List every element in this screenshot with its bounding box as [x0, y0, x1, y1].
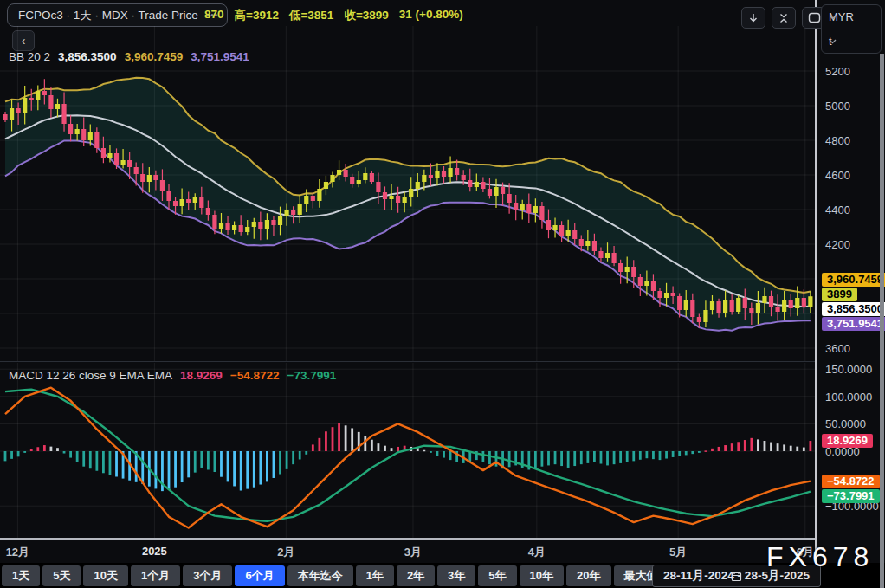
- candle: [618, 263, 623, 272]
- macd-line-value: −54.8722: [230, 369, 280, 382]
- candle: [16, 108, 21, 113]
- macd-indicator-legend[interactable]: MACD 12 26 close 9 EMA EMA 18.9269 −54.8…: [9, 369, 336, 382]
- price-tick: 4200: [825, 238, 850, 251]
- candle: [75, 129, 80, 134]
- candle: [657, 291, 662, 298]
- macd-tick: 150.0000: [825, 363, 872, 376]
- candle: [23, 98, 27, 113]
- range-button-20年[interactable]: 20年: [566, 565, 610, 586]
- candle: [271, 220, 275, 225]
- candle: [42, 91, 47, 95]
- candle: [592, 241, 597, 251]
- range-buttons: 1天5天10天1个月3个月6个月本年迄今1年2年3年5年10年20年最大值: [2, 565, 694, 586]
- candle: [134, 167, 139, 174]
- range-button-本年迄今[interactable]: 本年迄今: [287, 565, 353, 586]
- candle: [127, 160, 132, 167]
- macd-chart[interactable]: [0, 363, 815, 538]
- candle: [357, 180, 361, 184]
- currency-select[interactable]: MYR: [822, 5, 881, 29]
- candle: [317, 189, 321, 201]
- price-badge: 3,751.9541: [822, 317, 885, 331]
- collapse-pane-button[interactable]: [772, 7, 796, 29]
- candle: [330, 175, 334, 182]
- candle: [416, 182, 420, 189]
- candle: [29, 98, 34, 100]
- candle: [442, 171, 446, 177]
- candle: [572, 230, 577, 239]
- range-button-5年[interactable]: 5年: [478, 565, 516, 586]
- candle: [546, 220, 551, 230]
- candle: [552, 225, 557, 230]
- macd-hist-value: 18.9269: [180, 369, 223, 382]
- candle: [160, 180, 165, 191]
- range-button-10天[interactable]: 10天: [83, 565, 127, 586]
- candle: [684, 300, 688, 310]
- candle: [507, 194, 512, 203]
- price-axis-panel[interactable]: 5200500048004600440042003600150.0000100.…: [817, 0, 885, 588]
- candle: [716, 301, 720, 313]
- candle: [206, 208, 210, 215]
- scrollbar[interactable]: [880, 54, 884, 588]
- calendar-icon: [731, 571, 742, 582]
- candle: [173, 201, 178, 206]
- candle: [789, 300, 793, 308]
- candle: [775, 307, 779, 312]
- candle: [61, 104, 66, 124]
- candle: [219, 223, 223, 229]
- candle: [147, 175, 152, 182]
- candle: [409, 189, 413, 197]
- axis-separator[interactable]: [0, 538, 815, 540]
- candle: [723, 300, 727, 313]
- range-button-6个月[interactable]: 6个月: [235, 565, 284, 586]
- candle: [324, 182, 328, 189]
- candle: [180, 199, 184, 206]
- candle: [730, 300, 734, 312]
- candle: [48, 95, 53, 109]
- candle: [448, 168, 452, 177]
- candle: [468, 180, 472, 187]
- macd-tick: 100.0000: [825, 390, 872, 403]
- range-button-1个月[interactable]: 1个月: [131, 565, 180, 586]
- range-button-3年[interactable]: 3年: [437, 565, 475, 586]
- candle: [107, 153, 112, 158]
- price-tick: 3600: [825, 342, 850, 355]
- candle: [186, 199, 191, 203]
- price-tick: 5000: [825, 100, 850, 113]
- range-button-5天[interactable]: 5天: [42, 565, 81, 586]
- range-button-2年[interactable]: 2年: [397, 565, 435, 586]
- candle: [782, 300, 786, 312]
- price-chart[interactable]: [0, 26, 815, 361]
- collapse-icon: [778, 12, 790, 24]
- time-axis[interactable]: 12月20252月3月4月5月6月: [0, 540, 815, 563]
- time-axis-label: 5月: [669, 545, 687, 560]
- range-button-1年[interactable]: 1年: [356, 565, 394, 586]
- candle: [579, 239, 584, 246]
- candle: [403, 197, 407, 203]
- price-tick: 4600: [825, 169, 850, 182]
- pane-separator[interactable]: [0, 361, 815, 362]
- candle: [140, 174, 145, 182]
- candle: [350, 177, 354, 184]
- range-button-1天[interactable]: 1天: [2, 565, 40, 586]
- chart-action-buttons: [741, 7, 826, 29]
- price-tick: 5200: [825, 65, 850, 78]
- range-button-3个月[interactable]: 3个月: [183, 565, 232, 586]
- symbol-tab[interactable]: FCPOc3 · 1天 · MDX · Trade Price •••: [7, 3, 228, 27]
- ohlc-item: 31 (+0.80%): [399, 8, 463, 23]
- download-icon: [747, 12, 759, 24]
- price-tick: 4400: [825, 204, 850, 216]
- range-button-10年[interactable]: 10年: [520, 565, 564, 586]
- download-button[interactable]: [741, 7, 765, 29]
- candle: [291, 210, 295, 215]
- candle: [677, 296, 682, 310]
- candle: [298, 204, 302, 215]
- ohlc-item: 高=3912: [235, 8, 279, 23]
- candle: [710, 301, 714, 310]
- symbol-title: FCPOc3 · 1天 · MDX · Trade Price: [18, 8, 198, 23]
- candle: [598, 251, 603, 258]
- candle: [611, 253, 616, 263]
- unit-select[interactable]: t: [822, 29, 881, 53]
- chevron-down-icon: [829, 39, 837, 44]
- candle: [370, 173, 374, 182]
- candle: [55, 104, 60, 109]
